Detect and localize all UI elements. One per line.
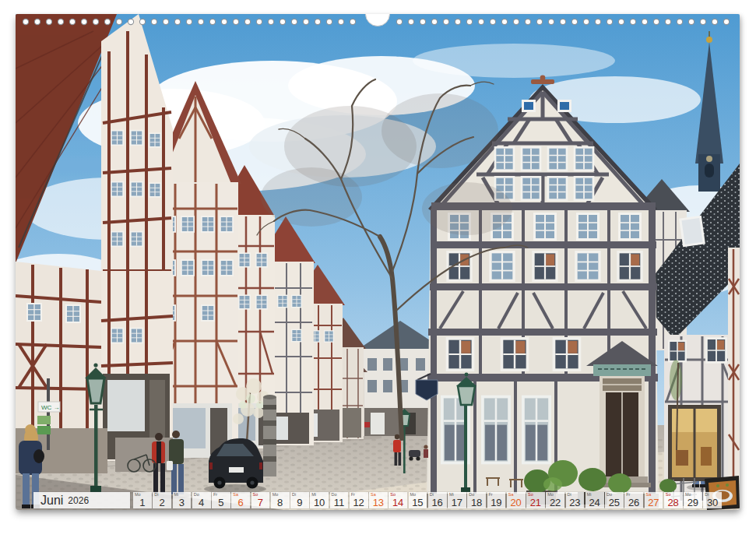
calendar-day-cell: Do 4 <box>192 492 211 508</box>
day-number: 25 <box>605 498 624 508</box>
day-number: 27 <box>645 498 663 508</box>
day-number: 18 <box>467 498 486 508</box>
calendar-strip: Juni 2026 Mo 1 Di 2 Mi 3 Do 4 Fr 5 Sa 6 … <box>16 492 740 508</box>
calendar-day-cell: Mo 15 <box>409 492 427 508</box>
day-number: 24 <box>585 498 604 508</box>
year-label: 2026 <box>68 496 89 505</box>
day-number: 6 <box>231 498 250 508</box>
calendar-day-cell: Sa 20 <box>507 492 526 508</box>
calendar-day-cell: So 14 <box>389 492 407 508</box>
day-number: 9 <box>290 498 309 508</box>
day-number: 8 <box>271 498 290 508</box>
calendar-day-cell: Fr 12 <box>350 492 368 508</box>
calendar-day-cell: So 7 <box>251 492 270 508</box>
calendar-product-page: { "calendar": { "month": "Juni", "year":… <box>0 0 756 545</box>
day-number: 16 <box>428 498 447 508</box>
calendar-day-cell: Sa 13 <box>369 492 388 508</box>
day-number: 14 <box>389 498 407 508</box>
day-number: 22 <box>546 498 564 508</box>
month-label: Juni <box>40 494 63 507</box>
day-number: 21 <box>526 498 545 508</box>
calendar-day-cell: Mo 8 <box>271 492 290 508</box>
day-number: 5 <box>212 498 230 508</box>
day-number: 1 <box>133 498 152 508</box>
day-number: 17 <box>448 498 466 508</box>
calendar-day-cell: Mo 1 <box>133 492 152 508</box>
day-number: 3 <box>173 498 192 508</box>
calendar-sheet: WC → <box>16 14 740 510</box>
day-number: 26 <box>624 498 643 508</box>
calendar-day-cell: Sa 27 <box>645 492 663 508</box>
calendar-day-cell: Di 2 <box>153 492 171 508</box>
calendar-days: Mo 1 Di 2 Mi 3 Do 4 Fr 5 Sa 6 So 7 Mo 8 … <box>133 492 722 508</box>
day-number: 28 <box>664 498 683 508</box>
calendar-day-cell: Fr 5 <box>212 492 230 508</box>
calendar-day-cell: So 21 <box>526 492 545 508</box>
day-number: 7 <box>251 498 270 508</box>
calendar-day-cell: Mo 22 <box>546 492 564 508</box>
day-number: 30 <box>703 498 722 508</box>
calendar-day-cell: Sa 6 <box>231 492 250 508</box>
weekday-abbrev: Di <box>154 492 158 498</box>
day-number: 29 <box>684 498 702 508</box>
weekday-abbrev: Fr <box>213 492 217 498</box>
calendar-day-cell: Do 25 <box>605 492 624 508</box>
photo-scene: WC → <box>16 14 740 510</box>
calendar-day-cell: Di 9 <box>290 492 309 508</box>
calendar-day-cell: Do 18 <box>467 492 486 508</box>
wc-sign: WC → <box>41 404 60 411</box>
calendar-day-cell: Di 23 <box>566 492 585 508</box>
weekday-abbrev: Di <box>292 492 296 498</box>
calendar-day-cell: Fr 19 <box>487 492 506 508</box>
day-number: 10 <box>310 498 329 508</box>
calendar-day-cell: Do 11 <box>330 492 349 508</box>
calendar-day-cell: Fr 26 <box>624 492 643 508</box>
day-number: 15 <box>409 498 427 508</box>
calendar-day-cell: Mi 24 <box>585 492 604 508</box>
calendar-day-cell: Di 30 <box>703 492 722 508</box>
weekday-abbrev: Mi <box>174 492 179 498</box>
calendar-day-cell: Mo 29 <box>684 492 702 508</box>
calendar-day-cell: Mi 10 <box>310 492 329 508</box>
month-box: Juni 2026 <box>33 492 130 508</box>
day-number: 20 <box>507 498 526 508</box>
advertising-column <box>263 395 276 476</box>
calendar-day-cell: So 28 <box>664 492 683 508</box>
day-number: 4 <box>192 498 211 508</box>
day-number: 11 <box>330 498 349 508</box>
day-number: 12 <box>350 498 368 508</box>
day-number: 2 <box>153 498 171 508</box>
day-number: 19 <box>487 498 506 508</box>
day-number: 13 <box>369 498 388 508</box>
calendar-day-cell: Mi 3 <box>173 492 192 508</box>
weekday-abbrev: Sa <box>233 492 238 498</box>
day-number: 23 <box>566 498 585 508</box>
calendar-day-cell: Mi 17 <box>448 492 466 508</box>
calendar-day-cell: Di 16 <box>428 492 447 508</box>
